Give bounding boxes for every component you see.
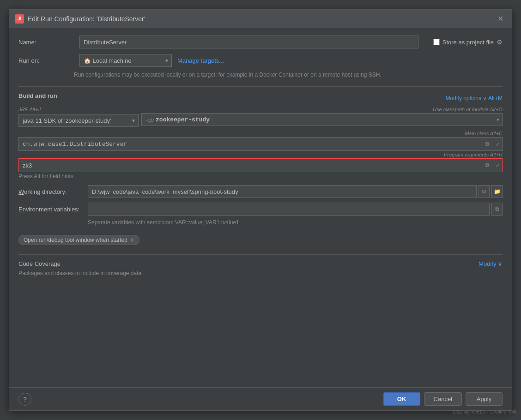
manage-targets-link[interactable]: Manage targets... — [177, 57, 224, 64]
env-vars-copy-button[interactable]: ⧉ — [491, 203, 503, 216]
env-vars-row: Environment variables: ⧉ — [18, 203, 503, 216]
cp-box: -cp zookeeper-study ▼ — [141, 113, 503, 126]
title-bar: JI Edit Run Configuration: 'DistributeSe… — [9, 10, 512, 28]
tag-chip-row: Open run/debug tool window when started … — [18, 231, 503, 249]
name-row: Name: Store as project file ⚙ — [18, 36, 503, 48]
run-on-dropdown-wrapper: 🏠 Local machine ▼ — [79, 54, 172, 67]
name-label: Name: — [18, 39, 74, 46]
build-run-header: Build and run Modify options ∨ Alt+M — [18, 92, 503, 104]
footer-right: OK Cancel Apply — [383, 392, 503, 406]
working-dir-input[interactable] — [88, 185, 477, 198]
chip-label: Open run/debug tool window when started — [24, 237, 127, 243]
gear-icon[interactable]: ⚙ — [497, 38, 503, 46]
env-vars-input[interactable] — [88, 203, 490, 216]
main-class-input[interactable] — [18, 137, 503, 151]
coverage-hint: Packages and classes to include in cover… — [18, 270, 503, 276]
app-icon: JI — [15, 14, 24, 24]
title-left: JI Edit Run Configuration: 'DistributeSe… — [15, 14, 145, 24]
dialog-footer: ? OK Cancel Apply — [9, 387, 512, 410]
program-args-hint-label: Program arguments Alt+R — [444, 152, 503, 157]
run-on-row: Run on: 🏠 Local machine ▼ Manage targets… — [18, 54, 503, 67]
classpath-hint-label: Use classpath of module Alt+O — [433, 107, 503, 112]
cp-row: -cp zookeeper-study ▼ — [141, 113, 503, 126]
working-dir-input-wrap: ⧉ 📁 — [88, 185, 503, 198]
working-dir-label: Working directory: — [18, 188, 88, 195]
store-as-project-label[interactable]: Store as project file — [433, 39, 494, 46]
open-tool-window-chip: Open run/debug tool window when started … — [18, 235, 139, 245]
chip-close-button[interactable]: ✕ — [130, 237, 134, 243]
sdk-dropdown[interactable]: java 11 SDK of 'zookeeper-study' — [18, 114, 139, 127]
modify-options-link[interactable]: Modify options ∨ Alt+M — [446, 95, 503, 102]
main-class-hint-label: Main class Alt+C — [465, 131, 503, 136]
sdk-classpath-row: java 11 SDK of 'zookeeper-study' ▼ -cp z… — [18, 113, 503, 128]
dialog-body: Name: Store as project file ⚙ Run on: 🏠 … — [9, 28, 512, 387]
sdk-dropdown-wrapper: java 11 SDK of 'zookeeper-study' ▼ — [18, 114, 139, 127]
env-vars-label: Environment variables: — [18, 206, 88, 213]
dialog-title: Edit Run Configuration: 'DistributeServe… — [28, 15, 145, 23]
coverage-modify-link[interactable]: Modify ∨ — [479, 260, 503, 267]
code-coverage-label: Code Coverage — [18, 260, 61, 267]
code-coverage-row: Code Coverage Modify ∨ — [18, 260, 503, 267]
expand-icon[interactable]: ⤢ — [496, 141, 500, 147]
program-args-expand-icon[interactable]: ⤢ — [496, 162, 500, 168]
run-on-label: Run on: — [18, 57, 74, 64]
store-as-project-option: Store as project file ⚙ — [433, 38, 503, 46]
name-input[interactable] — [79, 36, 418, 48]
press-alt-hint: Press Alt for field hints — [18, 173, 503, 180]
cancel-button[interactable]: Cancel — [424, 392, 462, 406]
cp-dropdown-arrow-icon: ▼ — [496, 117, 500, 122]
run-on-dropdown[interactable]: 🏠 Local machine — [79, 54, 172, 67]
program-args-input[interactable] — [18, 158, 503, 172]
cp-value: zookeeper-study — [156, 116, 210, 123]
copy-icon[interactable]: ⧉ — [485, 141, 490, 147]
footer-left: ? — [18, 393, 31, 406]
working-dir-browse-button[interactable]: 📁 — [491, 185, 503, 198]
close-button[interactable]: ✕ — [495, 13, 506, 24]
edit-run-config-dialog: JI Edit Run Configuration: 'DistributeSe… — [9, 9, 512, 411]
help-button[interactable]: ? — [18, 393, 31, 406]
build-run-title: Build and run — [18, 92, 57, 99]
program-args-copy-icon[interactable]: ⧉ — [485, 162, 490, 168]
watermark: CSDN@今天(ᗜ－ᗜ)V要学习鸭 — [453, 409, 516, 415]
store-as-project-checkbox[interactable] — [433, 39, 440, 45]
apply-button[interactable]: Apply — [466, 392, 503, 406]
program-args-wrapper: ⧉ ⤢ — [18, 158, 503, 172]
jre-hint-label: JRE Alt+J — [18, 107, 41, 112]
divider-1 — [18, 86, 503, 87]
working-dir-row: Working directory: ⧉ 📁 — [18, 185, 503, 198]
divider-2 — [18, 254, 503, 255]
main-class-wrapper: ⧉ ⤢ — [18, 137, 503, 151]
env-vars-input-wrap: ⧉ — [88, 203, 503, 216]
ok-button[interactable]: OK — [383, 392, 420, 406]
run-on-hint: Run configurations may be executed local… — [74, 71, 503, 79]
cp-prefix: -cp — [145, 116, 154, 123]
working-dir-copy-button[interactable]: ⧉ — [479, 185, 490, 198]
env-vars-hint: Separate variables with semicolon: VAR=v… — [88, 219, 503, 226]
